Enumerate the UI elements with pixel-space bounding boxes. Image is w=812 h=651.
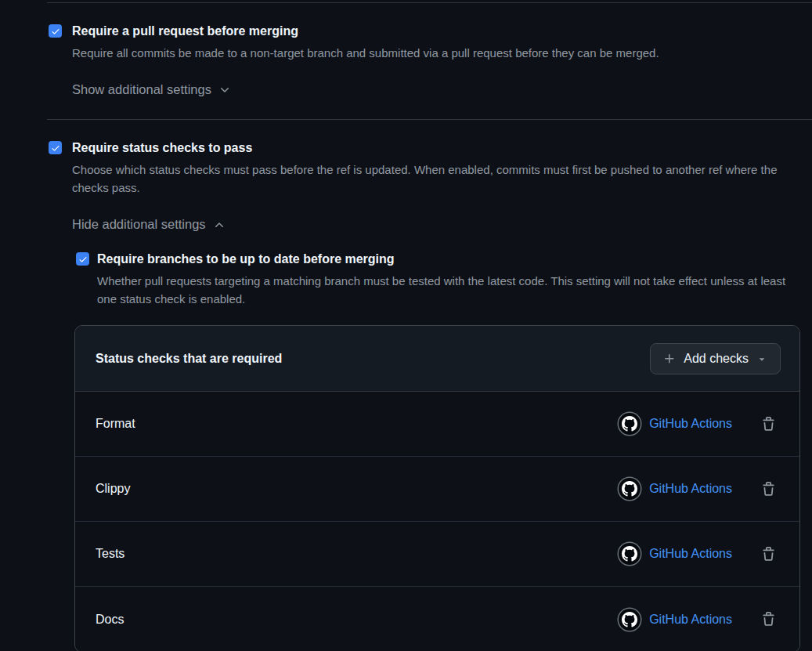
chevron-up-icon bbox=[213, 219, 226, 231]
sub-setting-up-to-date: Require branches to be up to date before… bbox=[76, 251, 812, 308]
table-row: Tests GitHub Actions bbox=[75, 522, 799, 587]
toggle-label: Hide additional settings bbox=[72, 217, 206, 232]
add-checks-label: Add checks bbox=[684, 352, 749, 366]
check-source-link[interactable]: GitHub Actions bbox=[649, 417, 732, 431]
check-name: Tests bbox=[96, 547, 619, 561]
panel-header: Status checks that are required Add chec… bbox=[75, 326, 799, 392]
require-pull-request-checkbox[interactable] bbox=[49, 24, 62, 38]
trash-icon bbox=[761, 482, 776, 497]
check-name: Clippy bbox=[96, 482, 619, 496]
setting-title: Require a pull request before merging bbox=[72, 24, 659, 38]
table-row: Docs GitHub Actions bbox=[75, 587, 799, 651]
github-octocat-avatar bbox=[619, 413, 641, 435]
section-status-checks: Require status checks to pass Choose whi… bbox=[0, 120, 812, 651]
triangle-down-icon bbox=[756, 353, 767, 364]
setting-description: Require all commits be made to a non-tar… bbox=[72, 44, 659, 62]
checkmark-icon bbox=[78, 255, 88, 264]
show-additional-settings-toggle[interactable]: Show additional settings bbox=[72, 82, 231, 97]
require-up-to-date-checkbox[interactable] bbox=[76, 252, 89, 266]
check-name: Format bbox=[96, 417, 619, 431]
trash-icon bbox=[761, 612, 776, 627]
check-name: Docs bbox=[96, 613, 619, 627]
setting-description: Choose which status checks must pass bef… bbox=[72, 161, 808, 197]
checkmark-icon bbox=[51, 143, 60, 153]
trash-icon bbox=[761, 547, 776, 562]
require-status-checks-checkbox[interactable] bbox=[49, 141, 62, 154]
add-checks-button[interactable]: Add checks bbox=[650, 343, 781, 374]
github-octocat-avatar bbox=[619, 543, 641, 565]
delete-check-button[interactable] bbox=[761, 547, 776, 562]
setting-title: Require branches to be up to date before… bbox=[97, 251, 792, 266]
check-source-link[interactable]: GitHub Actions bbox=[649, 482, 732, 496]
trash-icon bbox=[761, 417, 776, 432]
github-octocat-avatar bbox=[619, 478, 641, 500]
setting-title: Require status checks to pass bbox=[72, 140, 808, 155]
panel-title: Status checks that are required bbox=[96, 352, 282, 366]
required-status-checks-panel: Status checks that are required Add chec… bbox=[74, 325, 800, 651]
delete-check-button[interactable] bbox=[761, 417, 776, 432]
check-rows-list: Format GitHub Actions Clippy bbox=[75, 392, 799, 651]
section-pull-request: Require a pull request before merging Re… bbox=[0, 3, 812, 119]
hide-additional-settings-toggle[interactable]: Hide additional settings bbox=[72, 217, 226, 232]
github-octocat-avatar bbox=[619, 609, 641, 631]
plus-icon bbox=[663, 353, 676, 365]
delete-check-button[interactable] bbox=[761, 612, 776, 627]
table-row: Clippy GitHub Actions bbox=[75, 457, 799, 522]
toggle-label: Show additional settings bbox=[72, 82, 211, 97]
checkmark-icon bbox=[51, 27, 60, 36]
table-row: Format GitHub Actions bbox=[75, 392, 799, 457]
check-source-link[interactable]: GitHub Actions bbox=[649, 613, 732, 627]
setting-description: Whether pull requests targeting a matchi… bbox=[97, 272, 792, 308]
delete-check-button[interactable] bbox=[761, 482, 776, 497]
check-source-link[interactable]: GitHub Actions bbox=[649, 547, 732, 561]
chevron-down-icon bbox=[218, 84, 231, 96]
